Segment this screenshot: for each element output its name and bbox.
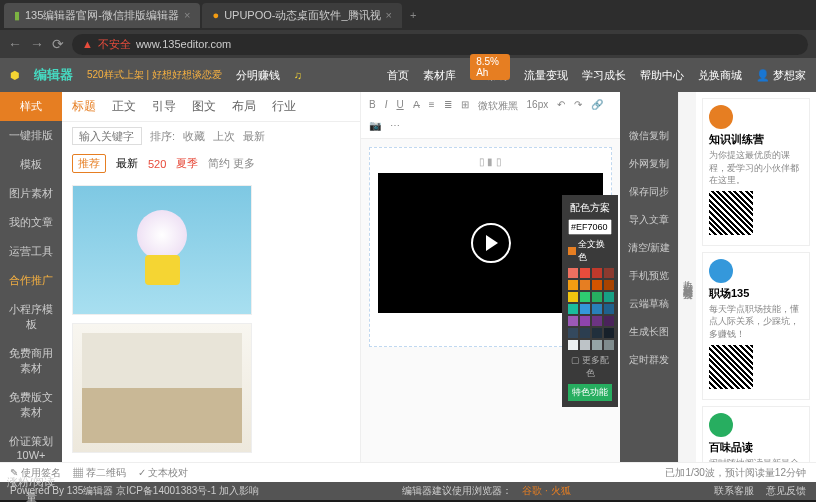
color-swatch[interactable] <box>568 316 578 326</box>
color-swatch[interactable] <box>580 316 590 326</box>
sidebar-item[interactable]: 合作推广 <box>0 266 62 295</box>
new-tab-button[interactable]: + <box>410 9 416 21</box>
sort-new[interactable]: 最新 <box>243 129 265 144</box>
close-icon[interactable]: × <box>386 9 392 21</box>
sort-last[interactable]: 上次 <box>213 129 235 144</box>
back-button[interactable]: ← <box>8 36 22 52</box>
sidebar-item[interactable]: 一键排版 <box>0 121 62 150</box>
color-swatch[interactable] <box>592 316 602 326</box>
nav-user[interactable]: 👤 梦想家 <box>756 68 806 83</box>
color-swatch[interactable] <box>568 280 578 290</box>
tool-save-sync[interactable]: 保存同步 <box>620 178 678 206</box>
color-swatch[interactable] <box>592 328 602 338</box>
color-swatch[interactable] <box>604 292 614 302</box>
tool-preview[interactable]: 手机预览 <box>620 262 678 290</box>
color-swatch[interactable] <box>604 316 614 326</box>
reload-button[interactable]: ⟳ <box>52 36 64 52</box>
sidebar-item[interactable]: 图片素材 <box>0 179 62 208</box>
strike-button[interactable]: A̶ <box>410 97 423 115</box>
search-input[interactable] <box>72 127 142 145</box>
nav-exchange[interactable]: 兑换商城 <box>698 68 742 83</box>
color-swatch[interactable] <box>580 340 590 350</box>
logo[interactable]: 编辑器 <box>34 66 73 84</box>
tab-text[interactable]: 正文 <box>112 98 136 115</box>
nav-materials[interactable]: 素材库 <box>423 68 456 83</box>
nav-traffic[interactable]: 流量变现 <box>524 68 568 83</box>
color-swatch[interactable] <box>592 304 602 314</box>
tool-long-image[interactable]: 生成长图 <box>620 318 678 346</box>
italic-button[interactable]: I <box>382 97 391 115</box>
sidebar-item[interactable]: 免费版文素材 <box>0 383 62 427</box>
color-swatch[interactable] <box>604 328 614 338</box>
color-swatch[interactable] <box>568 268 578 278</box>
nav-learn[interactable]: 学习成长 <box>582 68 626 83</box>
color-swatch[interactable] <box>580 292 590 302</box>
template-thumbnail-2[interactable] <box>72 323 252 453</box>
color-swatch[interactable] <box>568 328 578 338</box>
sort-fav[interactable]: 收藏 <box>183 129 205 144</box>
color-swatch[interactable] <box>568 292 578 302</box>
address-bar[interactable]: ▲ 不安全 www.135editor.com <box>72 34 808 55</box>
close-icon[interactable]: × <box>184 9 190 21</box>
ad-card-2[interactable]: 职场135 每天学点职场技能，懂点人际关系，少踩坑，多赚钱！ <box>702 252 810 400</box>
nav-home[interactable]: 首页 <box>387 68 409 83</box>
tool-external-copy[interactable]: 外网复制 <box>620 150 678 178</box>
bottom-signature[interactable]: ✎ 使用签名 <box>10 466 61 480</box>
template-thumbnail-1[interactable] <box>72 185 252 315</box>
tool-schedule[interactable]: 定时群发 <box>620 346 678 374</box>
feedback-link[interactable]: 意见反馈 <box>766 484 806 498</box>
bold-button[interactable]: B <box>366 97 379 115</box>
fulltext-checkbox[interactable]: 全文换色 <box>568 238 612 264</box>
underline-button[interactable]: U <box>393 97 406 115</box>
sidebar-item[interactable]: 免费商用素材 <box>0 339 62 383</box>
filter-count[interactable]: 520 <box>148 158 166 170</box>
nav-help[interactable]: 帮助中心 <box>640 68 684 83</box>
bottom-qr[interactable]: ▦ 荐二维码 <box>73 466 126 480</box>
play-icon[interactable] <box>471 223 511 263</box>
sidebar-item[interactable]: 我的文章 <box>0 208 62 237</box>
tab-industry[interactable]: 行业 <box>272 98 296 115</box>
color-swatch[interactable] <box>580 268 590 278</box>
sidebar-item-style[interactable]: 样式 <box>0 92 62 121</box>
tab-imgtext[interactable]: 图文 <box>192 98 216 115</box>
color-swatch[interactable] <box>580 328 590 338</box>
sidebar-item[interactable]: 价证策划10W+ <box>0 427 62 468</box>
sidebar-item[interactable]: 小程序模板 <box>0 295 62 339</box>
color-swatch[interactable] <box>604 280 614 290</box>
tool-wechat-copy[interactable]: 微信复制 <box>620 122 678 150</box>
tab-title[interactable]: 标题 <box>72 98 96 115</box>
color-hex-input[interactable] <box>568 219 612 235</box>
color-swatch[interactable] <box>604 268 614 278</box>
tab-guide[interactable]: 引导 <box>152 98 176 115</box>
color-swatch[interactable] <box>592 340 602 350</box>
nav-vip[interactable]: 8.5% Ah VIP服务 <box>470 68 510 83</box>
tool-import[interactable]: 导入文章 <box>620 206 678 234</box>
filter-new[interactable]: 最新 <box>116 156 138 171</box>
filter-recommend[interactable]: 推荐 <box>72 154 106 173</box>
sidebar-item[interactable]: 模板 <box>0 150 62 179</box>
color-swatch[interactable] <box>592 292 602 302</box>
color-swatch[interactable] <box>580 280 590 290</box>
tool-cloud-draft[interactable]: 云端草稿 <box>620 290 678 318</box>
ad-card-1[interactable]: 知识训练营 为你提这最优质的课程，爱学习的小伙伴都在这里。 <box>702 98 810 246</box>
color-swatch[interactable] <box>568 304 578 314</box>
color-swatch[interactable] <box>580 304 590 314</box>
browser-tab-1[interactable]: ▮ 135编辑器官网-微信排版编辑器 × <box>4 3 200 28</box>
ad-card-3[interactable]: 百味品读 闲时随地阅读最新最全的人生 <box>702 406 810 462</box>
vertical-text-nav[interactable]: 热点 好文 功能更新 公众号 <box>678 92 696 462</box>
browser-tab-2[interactable]: ● UPUPOO-动态桌面软件_腾讯视 × <box>202 3 402 28</box>
filter-season[interactable]: 夏季 <box>176 156 198 171</box>
bottom-proofread[interactable]: ✓ 文本校对 <box>138 466 189 480</box>
color-swatch[interactable] <box>568 340 578 350</box>
color-swatch[interactable] <box>604 340 614 350</box>
more-colors-button[interactable]: ▢ 更多配色 <box>568 354 612 380</box>
contact-link[interactable]: 联系客服 <box>714 484 754 498</box>
font-select[interactable]: 微软雅黑 <box>475 97 521 115</box>
color-swatch[interactable] <box>604 304 614 314</box>
sidebar-item[interactable]: 运营工具 <box>0 237 62 266</box>
features-button[interactable]: 特色功能 <box>568 384 612 401</box>
forward-button[interactable]: → <box>30 36 44 52</box>
color-swatch[interactable] <box>592 268 602 278</box>
tab-layout[interactable]: 布局 <box>232 98 256 115</box>
size-select[interactable]: 16px <box>524 97 552 115</box>
